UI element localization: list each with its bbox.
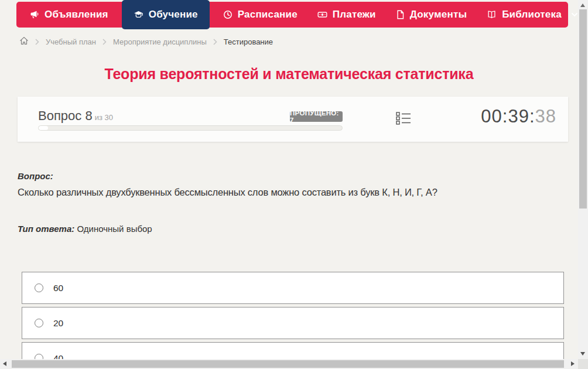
- answer-radio[interactable]: [35, 283, 43, 292]
- scroll-right-arrow-icon[interactable]: [571, 361, 575, 366]
- document-icon: [396, 10, 405, 19]
- answer-type-label: Тип ответа:: [18, 224, 74, 234]
- nav-item-schedule[interactable]: Расписание: [213, 2, 307, 28]
- nav-items: Объявления Обучение Расписание: [16, 0, 568, 29]
- answer-options: 60 20 40: [22, 272, 564, 359]
- answer-radio[interactable]: [35, 319, 43, 327]
- scroll-up-arrow-icon[interactable]: [580, 4, 585, 7]
- nav-item-documents[interactable]: Документы: [386, 2, 477, 28]
- answer-option-2[interactable]: 20: [22, 307, 564, 339]
- open-book-icon: [487, 10, 497, 19]
- nav-item-learning[interactable]: Обучение: [122, 0, 210, 29]
- timer-minutes: 00:39:: [481, 106, 535, 127]
- home-icon[interactable]: [19, 36, 29, 47]
- answer-radio[interactable]: [35, 354, 43, 359]
- timer-seconds: 38: [535, 106, 556, 127]
- page-content: Объявления Обучение Расписание: [0, 0, 578, 359]
- breadcrumb-item-discipline-event[interactable]: Мероприятие дисциплины: [113, 37, 207, 46]
- horizontal-scrollbar: [0, 359, 578, 369]
- chevron-right-icon: [102, 39, 107, 45]
- question-list-icon: [396, 111, 411, 128]
- question-label: Вопрос:: [18, 171, 555, 181]
- question-number-label: Вопрос 8: [38, 108, 93, 123]
- nav-item-announcements[interactable]: Объявления: [20, 2, 118, 28]
- question-list-button[interactable]: [395, 111, 412, 128]
- timer: 00:39:38: [481, 106, 556, 127]
- chevron-right-icon: [213, 39, 217, 45]
- nav-item-payments[interactable]: Платежи: [307, 2, 386, 28]
- answer-label: 40: [53, 353, 63, 360]
- test-page: Объявления Обучение Расписание: [0, 0, 588, 369]
- nav-item-label: Документы: [410, 9, 467, 20]
- banknote-icon: [317, 10, 327, 19]
- top-navigation: Объявления Обучение Расписание: [16, 0, 568, 29]
- page-title: Теория вероятностей и математическая ста…: [0, 66, 578, 83]
- progress-bar-fill: [39, 126, 48, 130]
- chevron-right-icon: [35, 39, 39, 45]
- question-body: Вопрос: Сколько различных двухбуквенных …: [18, 171, 555, 234]
- vertical-scrollbar-thumb[interactable]: [579, 9, 587, 209]
- question-total: из 30: [95, 113, 113, 122]
- answer-type-value: Одиночный выбор: [77, 224, 152, 234]
- answer-type-row: Тип ответа: Одиночный выбор: [18, 224, 555, 234]
- answer-label: 20: [53, 318, 63, 329]
- clock-icon: [223, 10, 233, 19]
- nav-item-label: Библиотека: [502, 9, 562, 20]
- breadcrumb: Учебный план Мероприятие дисциплины Тест…: [19, 36, 273, 47]
- nav-item-label: Расписание: [238, 9, 298, 20]
- chevron-down-icon: [571, 12, 578, 18]
- scroll-left-arrow-icon[interactable]: [3, 361, 6, 366]
- question-number: Вопрос 8из 30: [38, 108, 113, 124]
- scroll-down-arrow-icon[interactable]: [580, 352, 585, 356]
- nav-item-label: Объявления: [45, 9, 108, 20]
- nav-item-label: Платежи: [333, 9, 376, 20]
- graduation-cap-icon: [134, 10, 143, 19]
- progress-bar: [38, 125, 343, 131]
- question-text: Сколько различных двухбуквенных бессмысл…: [18, 187, 555, 198]
- question-header-card: Вопрос 8из 30 ПРОПУЩЕНО: 7 00:39:38: [18, 97, 568, 142]
- answer-label: 60: [53, 283, 63, 293]
- nav-item-library[interactable]: Библиотека: [477, 2, 578, 28]
- answer-option-3[interactable]: 40: [22, 342, 564, 359]
- breadcrumb-item-testing: Тестирование: [224, 37, 273, 46]
- vertical-scrollbar: [578, 0, 588, 359]
- answer-option-1[interactable]: 60: [22, 272, 564, 304]
- nav-item-label: Обучение: [149, 9, 198, 20]
- breadcrumb-item-curriculum[interactable]: Учебный план: [46, 37, 96, 46]
- megaphone-icon: [30, 10, 39, 19]
- skipped-badge: ПРОПУЩЕНО: 7: [290, 111, 343, 122]
- horizontal-scrollbar-thumb[interactable]: [12, 360, 564, 368]
- scrollbar-corner: [578, 359, 588, 369]
